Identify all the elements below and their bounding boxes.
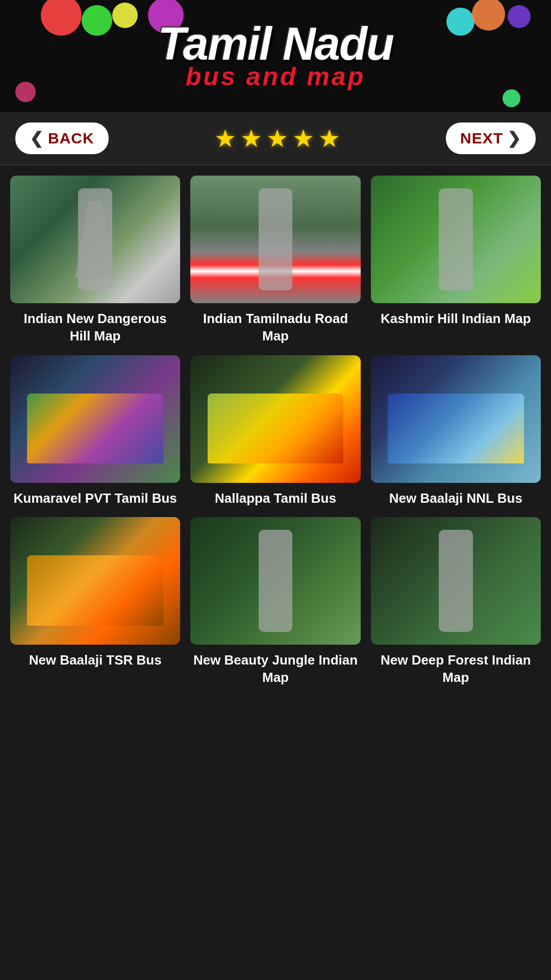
grid-label-kashmir-hill-indian-map: Kashmir Hill Indian Map [379,310,533,328]
grid-item-new-baalaji-nnl-bus[interactable]: New Baalaji NNL Bus [371,355,541,507]
grid-label-indian-new-dangerous-hill-map: Indian New Dangerous Hill Map [10,310,180,345]
back-button[interactable]: ❮ BACK [15,122,109,154]
grid-label-new-beauty-jungle-indian-map: New Beauty Jungle Indian Map [190,652,360,687]
grid-label-new-baalaji-tsr-bus: New Baalaji TSR Bus [27,652,164,669]
content-grid: Indian New Dangerous Hill MapIndian Tami… [0,165,551,707]
app-logo: Tamil Nadu bus and map [158,21,393,91]
thumb-nallappa-tamil-bus [190,355,360,483]
grid-item-new-deep-forest-indian-map[interactable]: New Deep Forest Indian Map [371,517,541,687]
grid-label-new-baalaji-nnl-bus: New Baalaji NNL Bus [387,490,524,507]
next-label: NEXT [460,130,503,147]
back-label: BACK [48,130,94,147]
grid-item-indian-tamilnadu-road-map[interactable]: Indian Tamilnadu Road Map [190,176,360,345]
bus-shape-4 [208,394,344,463]
thumb-kumaravel-pvt-tamil-bus [10,355,180,483]
rating-stars: ★ ★ ★ ★ ★ [214,124,340,153]
star-5: ★ [318,124,340,153]
grid-item-new-baalaji-tsr-bus[interactable]: New Baalaji TSR Bus [10,517,180,687]
thumb-new-baalaji-tsr-bus [10,517,180,645]
grid-item-new-beauty-jungle-indian-map[interactable]: New Beauty Jungle Indian Map [190,517,360,687]
bus-shape-5 [388,394,524,464]
star-2: ★ [240,124,262,153]
thumb-indian-tamilnadu-road-map [190,176,360,303]
thumb-new-beauty-jungle-indian-map [190,517,360,645]
star-1: ★ [214,124,236,153]
grid-label-kumaravel-pvt-tamil-bus: Kumaravel PVT Tamil Bus [12,490,179,507]
grid-item-indian-new-dangerous-hill-map[interactable]: Indian New Dangerous Hill Map [10,176,180,345]
grid-item-kashmir-hill-indian-map[interactable]: Kashmir Hill Indian Map [371,176,541,345]
app-header: Tamil Nadu bus and map [0,0,551,112]
grid-label-nallappa-tamil-bus: Nallappa Tamil Bus [213,490,338,507]
grid-label-indian-tamilnadu-road-map: Indian Tamilnadu Road Map [190,310,360,345]
navigation-bar: ❮ BACK ★ ★ ★ ★ ★ NEXT ❯ [0,112,551,165]
grid-label-new-deep-forest-indian-map: New Deep Forest Indian Map [371,652,541,687]
thumb-indian-new-dangerous-hill-map [10,176,180,303]
back-arrow-icon: ❮ [30,129,44,148]
logo-subtitle: bus and map [158,62,393,91]
thumb-new-baalaji-nnl-bus [371,355,541,483]
bottom-spacer [0,707,551,809]
thumb-kashmir-hill-indian-map [371,176,541,303]
next-arrow-icon: ❯ [507,129,521,148]
star-3: ★ [266,124,288,153]
next-button[interactable]: NEXT ❯ [446,122,536,154]
grid-item-kumaravel-pvt-tamil-bus[interactable]: Kumaravel PVT Tamil Bus [10,355,180,507]
bus-shape-6 [27,555,163,625]
star-4: ★ [292,124,314,153]
grid-item-nallappa-tamil-bus[interactable]: Nallappa Tamil Bus [190,355,360,507]
logo-title: Tamil Nadu [158,21,393,67]
thumb-new-deep-forest-indian-map [371,517,541,645]
bus-shape-3 [27,394,163,463]
